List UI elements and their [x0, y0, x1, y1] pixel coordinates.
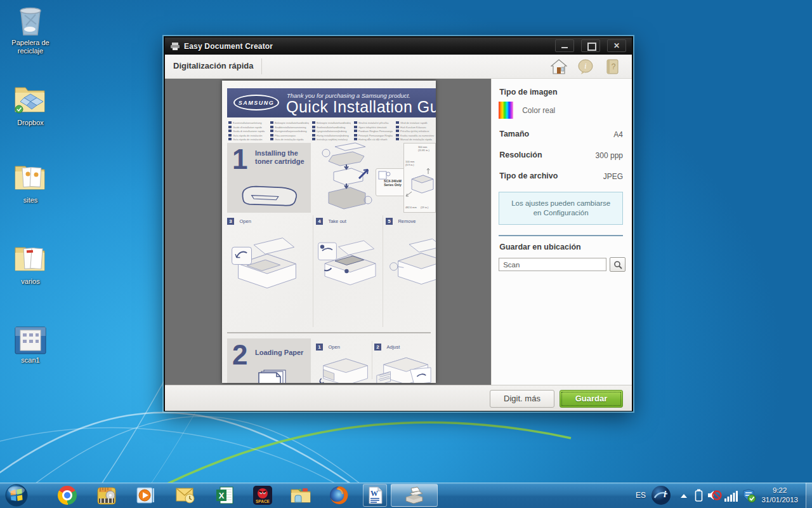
doc-section-title: Installing the toner cartridge: [255, 149, 308, 166]
taskbar-angry-birds[interactable]: SPACE: [250, 484, 275, 507]
doc-section2-panel: 2 Loading Paper: [227, 338, 311, 383]
show-desktop-button[interactable]: [806, 483, 812, 508]
info-icon[interactable]: i: [577, 58, 594, 75]
show-hidden-icons-caret[interactable]: [680, 493, 688, 498]
svg-text:?: ?: [612, 62, 616, 71]
step-label: Remove: [398, 218, 416, 224]
desktop-icon-label: scan1: [3, 356, 58, 364]
desktop-icon-scan1[interactable]: scan1: [3, 326, 58, 364]
window-title: Easy Document Creator: [184, 42, 273, 51]
doc-note-card-icon: [378, 171, 391, 180]
doc-language-item: Beknopte installatiehandleiding: [270, 121, 309, 126]
easy-document-creator-window: Easy Document Creator Digitalización ráp…: [164, 36, 633, 411]
tab-quick-scan[interactable]: Digitalización rápida: [173, 61, 253, 70]
window-titlebar[interactable]: Easy Document Creator: [165, 37, 632, 55]
scan-preview-area: SAMSUNG Thank you for purchasing a Samsu…: [165, 79, 491, 385]
save-location-label: Guardar en ubicación: [499, 243, 581, 251]
doc-header-band: SAMSUNG Thank you for purchasing a Samsu…: [227, 88, 436, 117]
file-type-label: Tipo de archivo: [499, 171, 558, 180]
taskbar-firefox[interactable]: [326, 484, 351, 507]
scan-more-button[interactable]: Digit. más: [490, 390, 554, 408]
doc-step: 3 Open: [227, 215, 251, 227]
step-label: Take out: [328, 218, 346, 224]
image-type-label: Tipo de imagen: [499, 88, 557, 97]
printer-open-drawing: [317, 231, 383, 291]
taskbar-excel[interactable]: X: [212, 484, 237, 507]
taskbar-chrome[interactable]: [55, 484, 80, 507]
recycle-bin-icon: [16, 5, 45, 37]
scanner-printer-icon: [403, 486, 425, 505]
maximize-button[interactable]: [581, 39, 600, 52]
windows-start-icon: [4, 483, 29, 507]
network-signal-icon[interactable]: [724, 490, 738, 502]
size-label: Tamaño: [499, 130, 529, 138]
svg-text:X: X: [219, 491, 225, 500]
doc-step: 5 Remove: [386, 215, 416, 227]
printer-adjust-drawing: [376, 350, 434, 383]
taskbar-clock[interactable]: 9:22 31/01/2013: [761, 486, 798, 505]
window-content: SAMSUNG Thank you for purchasing a Samsu…: [165, 79, 632, 385]
printer-open-drawing: [388, 231, 436, 291]
desktop-icon-recycle-bin[interactable]: Papelera de reciclaje: [3, 5, 58, 55]
start-button[interactable]: [4, 484, 29, 507]
size-value: A4: [613, 130, 623, 139]
tray-status-icon[interactable]: [741, 488, 756, 504]
svg-text:SPACE: SPACE: [256, 499, 270, 504]
doc-step: 4 Take out: [316, 215, 346, 227]
doc-section-number: 1: [232, 145, 247, 173]
close-button[interactable]: [607, 39, 626, 52]
taskbar-easy-document-creator-window[interactable]: [391, 484, 438, 507]
firefox-icon: [329, 485, 349, 505]
desktop-icon-dropbox[interactable]: Dropbox: [3, 80, 58, 127]
window-footer: Digit. más Guardar: [165, 385, 632, 411]
printer-closed-drawing: [317, 350, 372, 383]
doc-language-item: Kurzinstallationsanleitung: [228, 121, 267, 126]
taskbar-outlook[interactable]: [173, 484, 198, 507]
samsung-logo: SAMSUNG: [233, 95, 279, 110]
doc-title: Quick Installation Guide: [286, 98, 436, 116]
app-printer-icon: [170, 42, 180, 51]
doc-language-item: Guida di installazione rapida: [228, 130, 267, 134]
taskbar-grip[interactable]: [37, 488, 43, 503]
taskbar-media-player[interactable]: [133, 484, 159, 507]
step-number: 3: [227, 218, 234, 225]
help-icon[interactable]: ?: [604, 58, 620, 75]
search-icon: [613, 260, 622, 269]
taskbar-media-utility[interactable]: [94, 484, 119, 507]
header-divider: [261, 58, 262, 74]
doc-language-item: Guia de instalação rápida: [270, 138, 309, 142]
desktop-icon-varios[interactable]: varios: [3, 240, 58, 286]
doc-divider: [227, 332, 431, 333]
taskbar-explorer[interactable]: [288, 484, 313, 507]
tray-app-icon[interactable]: i: [651, 485, 671, 505]
chrome-icon: [58, 486, 77, 505]
home-icon[interactable]: [551, 58, 567, 75]
battery-icon[interactable]: [695, 489, 703, 502]
word-icon: W: [367, 486, 383, 504]
volume-muted-icon[interactable]: [707, 489, 722, 502]
language-indicator[interactable]: ES: [636, 491, 646, 500]
svg-text:i: i: [584, 62, 586, 70]
dim-label: (19 in.): [421, 206, 428, 209]
printer-open-drawing: [230, 231, 304, 291]
folder-icon: [13, 240, 48, 276]
doc-language-item: Guía rápida de instalación: [228, 138, 267, 142]
save-location-input[interactable]: [499, 258, 606, 271]
desktop-icon-sites[interactable]: sites: [3, 159, 58, 204]
doc-section-number: 2: [232, 341, 247, 369]
browse-location-button[interactable]: [610, 257, 625, 272]
desktop-icon-label: sites: [3, 196, 58, 204]
doc-section1-panel: 1 Installing the toner cartridge: [227, 143, 311, 213]
excel-icon: X: [215, 486, 234, 505]
doc-dimensions-box: 300 mm (11.81 in.) 100 mm (3.9 in.) 482.…: [403, 143, 436, 213]
minimize-button[interactable]: [555, 39, 574, 52]
windows-explorer-icon: [290, 486, 311, 505]
resolution-label: Resolución: [499, 150, 542, 159]
app-header: Digitalización rápida i ?: [165, 55, 632, 79]
save-button[interactable]: Guardar: [560, 390, 623, 408]
tray-grip[interactable]: [621, 488, 627, 503]
color-swatch-icon: [499, 102, 513, 119]
taskbar-word-window[interactable]: W: [363, 484, 387, 507]
scanned-document[interactable]: SAMSUNG Thank you for purchasing a Samsu…: [222, 81, 436, 383]
angry-birds-space-icon: SPACE: [252, 485, 273, 505]
